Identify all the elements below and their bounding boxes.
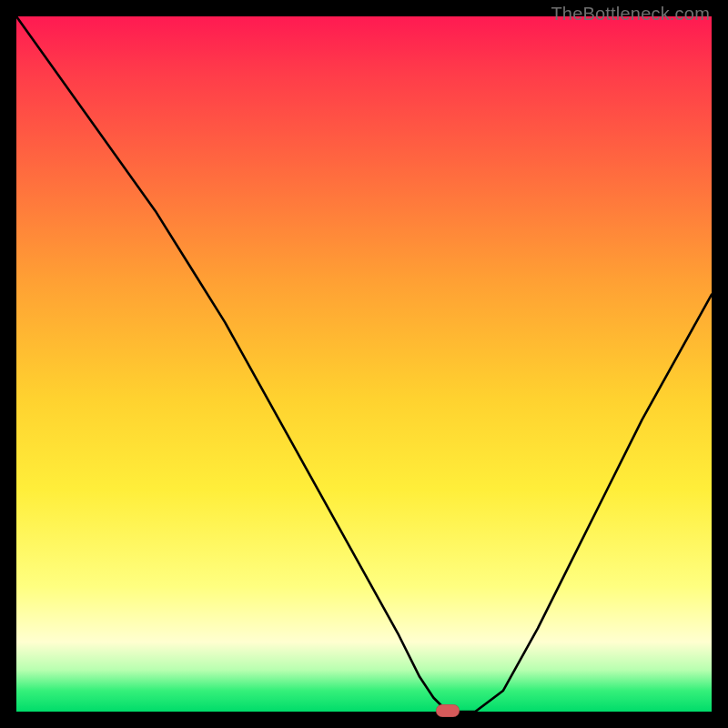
chart-plot-area [16,16,712,712]
optimal-point-marker [436,704,460,717]
chart-frame: TheBottleneck.com [0,0,728,728]
chart-svg [16,16,712,712]
bottleneck-curve [16,16,712,712]
